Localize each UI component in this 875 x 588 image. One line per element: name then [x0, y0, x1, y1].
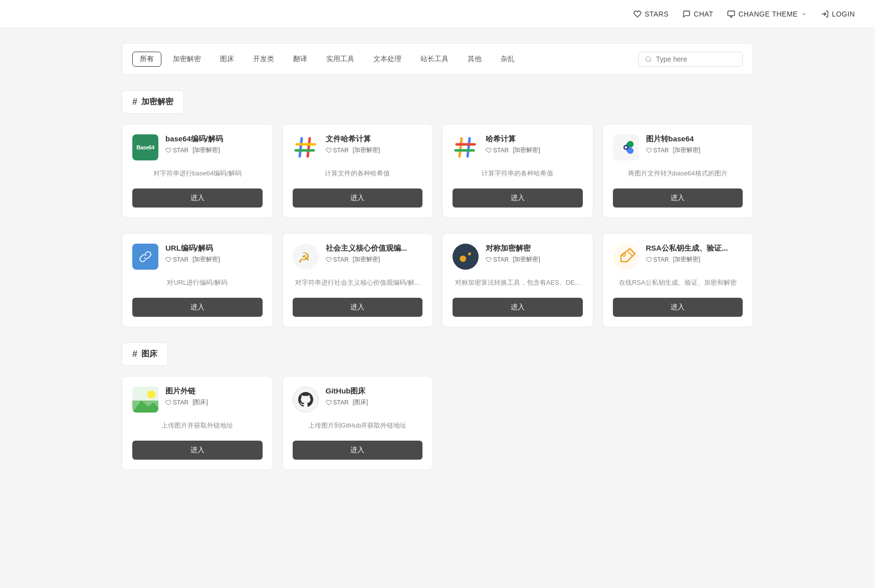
tool-name-str-hash: 哈希计算: [486, 134, 583, 144]
svg-line-8: [468, 138, 470, 156]
enter-btn-rsa[interactable]: 进入: [613, 298, 743, 317]
tool-name-img-base64: 图片转base64: [646, 134, 743, 144]
heart-small-icon: [646, 147, 652, 153]
tool-meta-file-hash: 文件哈希计算 STAR [加密解密]: [326, 134, 423, 154]
tool-name-img-link: 图片外链: [165, 386, 263, 396]
pinwheel-icon: [613, 134, 639, 160]
tool-tags-rsa: STAR [加密解密]: [646, 255, 743, 264]
svg-point-21: [147, 390, 155, 399]
star-img-link[interactable]: STAR: [165, 399, 188, 406]
imghost-hash: #: [132, 349, 137, 359]
star-img-base64[interactable]: STAR: [646, 147, 669, 154]
heart-small-icon: [326, 400, 332, 406]
tool-tags-str-hash: STAR [加密解密]: [486, 146, 583, 154]
enter-btn-socialist[interactable]: 进入: [293, 298, 423, 317]
tool-card-url-encode: URL编码/解码 STAR [加密解密] 对URL进行编码/解码 进入: [122, 233, 273, 327]
chevron-down-icon: [801, 11, 807, 17]
imghost-title: 图床: [141, 349, 157, 359]
hammer-sickle-icon: ☭: [293, 244, 319, 270]
tool-card-base64: Base64 base64编码/解码 STAR [加密解密] 对字符串进行bas…: [122, 124, 273, 218]
nav-stars-label: STARS: [644, 10, 669, 18]
enter-btn-github-imghost[interactable]: 进入: [293, 441, 423, 460]
hashtag-multicolor-icon: [294, 135, 318, 159]
nav-change-theme[interactable]: CHANGE THEME: [727, 10, 807, 18]
nav-chat[interactable]: CHAT: [683, 10, 713, 18]
filter-tab-misc[interactable]: 杂乱: [493, 52, 522, 67]
section-header-encrypt: # 加密解密: [122, 90, 184, 114]
enter-btn-str-hash[interactable]: 进入: [453, 188, 583, 208]
star-str-hash[interactable]: STAR: [486, 147, 509, 154]
star-symmetric[interactable]: STAR: [486, 256, 509, 263]
tool-name-socialist: 社会主义核心价值观编...: [326, 244, 423, 253]
tool-tags-github-imghost: STAR [图床]: [326, 398, 423, 407]
cat-socialist: [加密解密]: [353, 255, 380, 264]
cat-str-hash: [加密解密]: [513, 146, 540, 154]
nav-stars[interactable]: STARS: [633, 10, 669, 18]
star-file-hash[interactable]: STAR: [326, 147, 349, 154]
enter-btn-img-base64[interactable]: 进入: [613, 188, 743, 208]
filter-tab-other[interactable]: 其他: [460, 52, 489, 67]
enter-btn-symmetric[interactable]: 进入: [453, 298, 583, 317]
filter-tab-webmaster[interactable]: 站长工具: [413, 52, 456, 67]
header-navigation: STARS CHAT CHANGE THEME LOGIN: [633, 10, 855, 18]
filter-tab-tools[interactable]: 实用工具: [319, 52, 362, 67]
cat-url-encode: [加密解密]: [192, 255, 220, 264]
filter-tab-text[interactable]: 文本处理: [366, 52, 409, 67]
filter-tab-encrypt[interactable]: 加密解密: [165, 52, 208, 67]
chat-icon: [683, 10, 691, 18]
star-rsa[interactable]: STAR: [646, 256, 669, 263]
heart-small-icon: [326, 257, 332, 263]
filter-tab-imghost[interactable]: 图床: [212, 52, 242, 67]
heart-small-icon: [165, 257, 171, 263]
encrypt-title: 加密解密: [141, 97, 173, 107]
filter-tab-translate[interactable]: 翻译: [286, 52, 315, 67]
enter-btn-img-link[interactable]: 进入: [132, 441, 263, 460]
nav-login[interactable]: LOGIN: [821, 10, 855, 18]
main-content: 所有 加密解密 图床 开发类 翻译 实用工具 文本处理 站长工具 其他 杂乱 #…: [102, 28, 773, 500]
enter-btn-url-encode[interactable]: 进入: [132, 298, 263, 317]
landscape-icon: [132, 386, 158, 413]
cat-file-hash: [加密解密]: [353, 146, 380, 154]
nav-theme-label: CHANGE THEME: [738, 10, 798, 18]
github-icon: [293, 386, 319, 413]
enter-btn-file-hash[interactable]: 进入: [293, 188, 423, 208]
section-header-imghost: # 图床: [122, 342, 168, 366]
heart-small-icon: [165, 147, 171, 153]
tool-meta-base64: base64编码/解码 STAR [加密解密]: [165, 134, 263, 154]
tool-name-symmetric: 对称加密解密: [486, 244, 583, 253]
tool-desc-url-encode: 对URL进行编码/解码: [132, 275, 263, 291]
tool-card-symmetric: 对称加密解密 STAR [加密解密] 对称加密算法转换工具，包含有AES、DE.…: [442, 233, 593, 327]
filter-tab-all[interactable]: 所有: [132, 52, 161, 67]
tool-card-socialist: ☭ 社会主义核心价值观编... STAR [加密解密] 对字符串进行社会主义核心…: [282, 233, 433, 327]
filter-tab-dev[interactable]: 开发类: [246, 52, 282, 67]
cat-github-imghost: [图床]: [353, 398, 368, 407]
star-github-imghost[interactable]: STAR: [326, 399, 349, 406]
login-icon: [821, 10, 829, 18]
svg-point-16: [613, 244, 639, 270]
nav-chat-label: CHAT: [694, 10, 713, 18]
tool-card-file-hash: 文件哈希计算 STAR [加密解密] 计算文件的各种哈希值 进入: [282, 124, 433, 218]
tool-meta-img-base64: 图片转base64 STAR [加密解密]: [646, 134, 743, 154]
link-icon: [138, 250, 152, 264]
cat-img-base64: [加密解密]: [673, 146, 701, 154]
tool-meta-url-encode: URL编码/解码 STAR [加密解密]: [165, 244, 263, 264]
svg-point-13: [624, 146, 627, 149]
tool-card-github-imghost: GitHub图床 STAR [图床] 上传图片到GitHub并获取外链地址 进入: [282, 376, 433, 470]
tool-tags-file-hash: STAR [加密解密]: [326, 146, 423, 154]
svg-line-4: [308, 138, 310, 156]
tool-desc-img-base64: 将图片文件转为base64格式的图片: [613, 165, 743, 181]
star-socialist[interactable]: STAR: [326, 256, 349, 263]
search-input[interactable]: [656, 55, 736, 63]
img-base64-icon: [613, 134, 639, 160]
svg-line-2: [650, 61, 651, 62]
tool-meta-symmetric: 对称加密解密 STAR [加密解密]: [486, 244, 583, 264]
img-link-icon: [132, 386, 158, 413]
tool-desc-github-imghost: 上传图片到GitHub并获取外链地址: [293, 418, 423, 434]
star-url-encode[interactable]: STAR: [165, 256, 188, 263]
star-base64[interactable]: STAR: [165, 147, 188, 154]
tool-desc-img-link: 上传图片并获取外链地址: [132, 418, 263, 434]
tool-tags-img-link: STAR [图床]: [165, 398, 263, 407]
enter-btn-base64[interactable]: 进入: [132, 188, 263, 208]
cat-img-link: [图床]: [192, 398, 208, 407]
tool-tags-img-base64: STAR [加密解密]: [646, 146, 743, 154]
